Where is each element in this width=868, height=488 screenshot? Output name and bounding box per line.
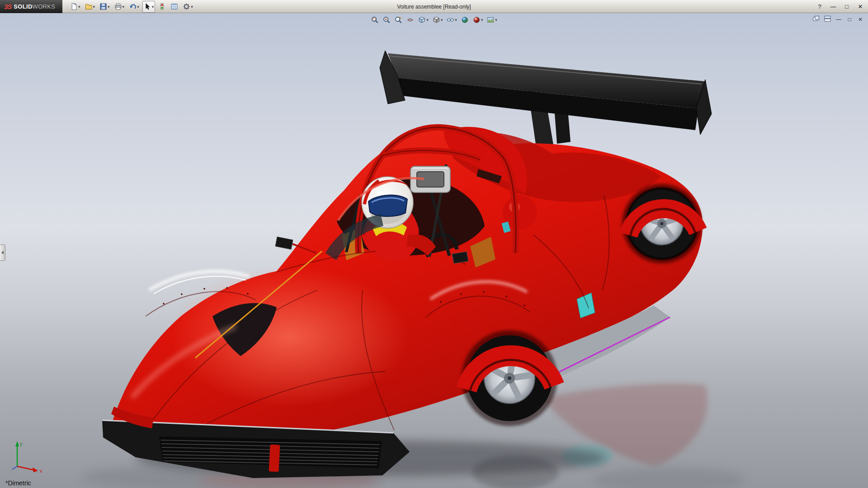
options-button[interactable] — [181, 1, 194, 13]
main-toolbar — [69, 0, 194, 13]
cascade-windows-icon[interactable] — [813, 15, 820, 23]
app-name: SOLIDWORKS — [14, 3, 55, 10]
section-view-icon — [406, 16, 414, 24]
hide-show-items-button[interactable] — [446, 16, 457, 24]
zoom-area-icon — [371, 16, 379, 24]
solidworks-logo: 3S SOLIDWORKS — [0, 0, 62, 13]
open-folder-icon — [85, 3, 93, 10]
edit-appearance-button[interactable] — [461, 16, 469, 24]
view-heads-up-toolbar — [371, 16, 497, 24]
doc-close-button[interactable]: ✕ — [857, 16, 863, 23]
select-arrow-icon — [144, 3, 151, 10]
scene-landscape-icon — [486, 16, 495, 24]
new-document-button[interactable] — [69, 1, 82, 13]
triad-x-label: x — [40, 469, 42, 474]
glasses-icon — [446, 16, 454, 24]
tile-windows-icon[interactable] — [824, 15, 831, 23]
scene-icon — [472, 16, 481, 24]
zoom-to-selection-button[interactable] — [394, 16, 402, 24]
maximize-button[interactable]: □ — [843, 0, 851, 13]
zoom-fit-icon — [382, 16, 391, 24]
save-button[interactable] — [98, 1, 111, 13]
apply-scene-button[interactable] — [472, 16, 483, 24]
solidworks-window: 3S SOLIDWORKS — [0, 0, 868, 488]
view-orientation-label: *Dimetric — [5, 479, 31, 487]
display-style-icon — [432, 16, 440, 24]
logo-mark-icon: 3S — [4, 3, 11, 10]
zoom-to-area-button[interactable] — [371, 16, 379, 24]
new-document-icon — [70, 3, 78, 10]
appearance-globe-icon — [461, 16, 469, 24]
window-title: Voiture assemblee [Read-only] — [397, 0, 471, 13]
minimize-button[interactable]: — — [829, 0, 837, 13]
doc-restore-button[interactable]: □ — [846, 16, 853, 23]
model-view-canvas[interactable] — [0, 0, 868, 488]
file-properties-icon — [170, 3, 178, 10]
view-orientation-button[interactable] — [418, 16, 429, 24]
doc-minimize-button[interactable]: — — [835, 16, 842, 23]
feature-panel-tab[interactable] — [0, 244, 5, 261]
section-view-button[interactable] — [406, 16, 414, 24]
window-controls: ? — □ ✕ — [816, 0, 864, 13]
rebuild-icon — [158, 3, 166, 10]
front-wheel[interactable] — [462, 330, 557, 426]
open-document-button[interactable] — [84, 1, 97, 13]
collapse-arrow-icon — [1, 251, 4, 254]
reference-triad: y x — [7, 438, 48, 476]
document-window-controls: — □ ✕ — [813, 15, 863, 23]
view-cube-icon — [418, 16, 426, 24]
view-settings-button[interactable] — [486, 16, 497, 24]
rebuild-button[interactable] — [157, 1, 167, 13]
print-icon — [114, 3, 122, 10]
file-properties-button[interactable] — [169, 1, 179, 13]
undo-button[interactable] — [127, 1, 141, 13]
rear-wheel[interactable] — [622, 184, 702, 263]
zoom-to-fit-button[interactable] — [382, 16, 391, 24]
undo-icon — [129, 3, 137, 10]
options-gear-icon — [183, 3, 190, 10]
title-bar: 3S SOLIDWORKS — [0, 0, 868, 13]
close-button[interactable]: ✕ — [856, 0, 864, 13]
triad-y-label: y — [20, 441, 22, 446]
print-button[interactable] — [113, 1, 126, 13]
help-button[interactable]: ? — [816, 0, 824, 13]
zoom-selection-icon — [394, 16, 402, 24]
save-icon — [99, 3, 107, 10]
select-tool-button[interactable] — [142, 1, 156, 13]
display-style-button[interactable] — [432, 16, 443, 24]
